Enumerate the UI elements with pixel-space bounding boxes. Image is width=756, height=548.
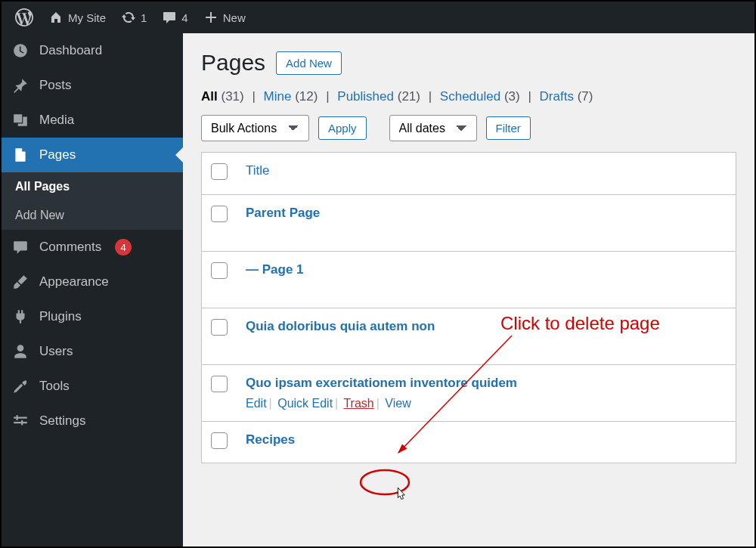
svg-point-1 bbox=[361, 470, 409, 494]
media-icon bbox=[12, 112, 29, 128]
home-icon bbox=[48, 10, 64, 25]
row-title-link[interactable]: Parent Page bbox=[246, 206, 320, 220]
row-actions: Edit| Quick Edit| Trash| View bbox=[246, 397, 727, 410]
sidebar-item-label: Dashboard bbox=[39, 43, 102, 58]
pages-table: Title Parent Page — Page 1 Quia doloribu… bbox=[201, 152, 736, 463]
adminbar-updates[interactable]: 1 bbox=[113, 2, 154, 33]
action-edit[interactable]: Edit bbox=[246, 397, 267, 410]
filter-published-count: (21) bbox=[398, 89, 420, 104]
sidebar-item-label: Users bbox=[39, 344, 73, 359]
pin-icon bbox=[12, 77, 29, 94]
adminbar-new[interactable]: New bbox=[196, 2, 253, 33]
row-title-link[interactable]: Quia doloribus quia autem non bbox=[246, 319, 435, 333]
adminbar-site[interactable]: My Site bbox=[41, 2, 113, 33]
page-title: Pages bbox=[201, 50, 265, 76]
filter-mine-count: (12) bbox=[295, 89, 318, 104]
sidebar-item-label: Media bbox=[39, 113, 74, 128]
sidebar-item-media[interactable]: Media bbox=[2, 103, 183, 138]
row-checkbox[interactable] bbox=[211, 206, 228, 222]
admin-sidebar: Dashboard Posts Media Pages All Pages Ad… bbox=[2, 33, 183, 546]
adminbar-updates-count: 1 bbox=[141, 11, 147, 24]
admin-bar: My Site 1 4 New bbox=[2, 2, 754, 33]
row-checkbox[interactable] bbox=[211, 432, 228, 449]
page-heading: Pages Add New bbox=[201, 50, 736, 76]
action-trash[interactable]: Trash bbox=[343, 397, 373, 410]
sidebar-item-label: Plugins bbox=[39, 309, 82, 324]
sidebar-item-label: Posts bbox=[39, 78, 72, 93]
plug-icon bbox=[12, 308, 29, 325]
filter-mine[interactable]: Mine bbox=[264, 89, 292, 104]
row-checkbox[interactable] bbox=[211, 376, 228, 392]
row-title-link[interactable]: Recipes bbox=[246, 432, 295, 447]
content-area: Pages Add New All (31) | Mine (12) | Pub… bbox=[183, 33, 754, 546]
sidebar-item-appearance[interactable]: Appearance bbox=[2, 265, 183, 299]
sidebar-item-label: Comments bbox=[39, 240, 101, 255]
filter-published[interactable]: Published bbox=[337, 89, 394, 104]
filter-drafts-count: (7) bbox=[578, 89, 593, 104]
sidebar-item-dashboard[interactable]: Dashboard bbox=[2, 33, 183, 68]
update-icon bbox=[121, 10, 136, 25]
dashboard-icon bbox=[12, 42, 29, 59]
adminbar-comments-count: 4 bbox=[181, 11, 187, 24]
plus-icon bbox=[203, 10, 218, 25]
sidebar-item-label: Settings bbox=[39, 413, 85, 429]
sidebar-item-users[interactable]: Users bbox=[2, 334, 183, 369]
sidebar-item-posts[interactable]: Posts bbox=[2, 68, 183, 103]
sidebar-item-label: Pages bbox=[39, 147, 76, 163]
row-title-link[interactable]: — Page 1 bbox=[246, 262, 304, 277]
title-column-header[interactable]: Title bbox=[246, 163, 270, 178]
sidebar-item-tools[interactable]: Tools bbox=[2, 369, 183, 404]
sliders-icon bbox=[12, 413, 29, 429]
sidebar-item-pages[interactable]: Pages bbox=[2, 138, 183, 172]
apply-button[interactable]: Apply bbox=[318, 116, 367, 140]
sidebar-item-plugins[interactable]: Plugins bbox=[2, 299, 183, 334]
row-checkbox[interactable] bbox=[211, 262, 228, 279]
action-quick-edit[interactable]: Quick Edit bbox=[277, 397, 333, 410]
adminbar-site-name: My Site bbox=[68, 11, 106, 24]
submenu-add-new[interactable]: Add New bbox=[2, 201, 183, 230]
user-icon bbox=[12, 343, 29, 360]
filter-scheduled[interactable]: Scheduled bbox=[440, 89, 500, 104]
cursor-icon bbox=[393, 487, 407, 503]
comment-icon bbox=[12, 239, 29, 255]
wrench-icon bbox=[12, 378, 29, 395]
adminbar-comments[interactable]: 4 bbox=[154, 2, 195, 33]
filter-all-count: (31) bbox=[221, 89, 243, 104]
table-row: Parent Page bbox=[202, 195, 736, 252]
annotation-circle bbox=[358, 468, 411, 497]
table-row: Recipes bbox=[202, 422, 736, 463]
add-new-button[interactable]: Add New bbox=[276, 51, 342, 75]
comment-icon bbox=[162, 10, 177, 25]
brush-icon bbox=[12, 274, 29, 290]
sidebar-submenu-pages: All Pages Add New bbox=[2, 172, 183, 230]
wp-logo-icon[interactable] bbox=[8, 2, 41, 33]
page-icon bbox=[12, 147, 29, 163]
annotation-text: Click to delete page bbox=[500, 313, 660, 334]
comments-badge: 4 bbox=[115, 239, 132, 255]
row-checkbox[interactable] bbox=[211, 319, 228, 336]
table-row: Quo ipsam exercitationem inventore quide… bbox=[202, 365, 736, 422]
filter-drafts[interactable]: Drafts bbox=[540, 89, 574, 104]
row-title-link[interactable]: Quo ipsam exercitationem inventore quide… bbox=[246, 376, 517, 390]
action-view[interactable]: View bbox=[385, 397, 411, 410]
sidebar-item-comments[interactable]: Comments 4 bbox=[2, 230, 183, 265]
date-filter-select[interactable]: All dates bbox=[389, 115, 477, 141]
submenu-all-pages[interactable]: All Pages bbox=[2, 172, 183, 201]
tablenav-top: Bulk Actions Apply All dates Filter bbox=[201, 115, 736, 141]
sidebar-item-label: Tools bbox=[39, 379, 70, 394]
filter-scheduled-count: (3) bbox=[504, 89, 520, 104]
filter-button[interactable]: Filter bbox=[486, 116, 531, 140]
bulk-actions-select[interactable]: Bulk Actions bbox=[201, 115, 309, 141]
select-all-checkbox[interactable] bbox=[211, 163, 228, 180]
adminbar-new-label: New bbox=[223, 11, 246, 24]
sidebar-item-settings[interactable]: Settings bbox=[2, 404, 183, 438]
filter-all[interactable]: All bbox=[201, 89, 218, 104]
table-row: — Page 1 bbox=[202, 252, 736, 308]
sidebar-item-label: Appearance bbox=[39, 274, 109, 289]
filter-links: All (31) | Mine (12) | Published (21) | … bbox=[201, 89, 736, 104]
